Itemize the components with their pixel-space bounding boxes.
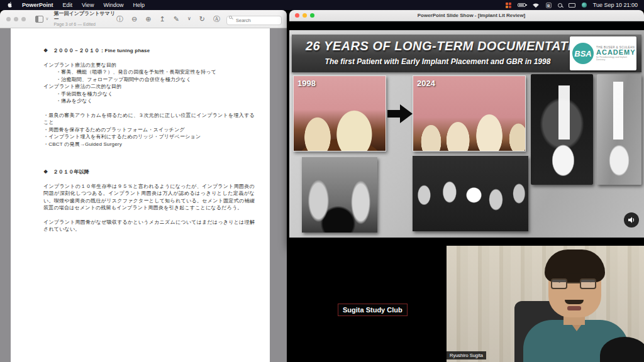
webcam-video[interactable]: Ryushiro Sugita (447, 246, 644, 362)
menu-bar: PowerPoint Edit View Window Help B Tue S… (0, 0, 644, 10)
implant-xray-2 (597, 74, 641, 185)
photo-label-2024: 2024 (417, 79, 435, 88)
rotate-icon[interactable]: ↻ (199, 16, 205, 23)
slide-header: 26 YEARS OF LONG-TERM DOCUMENTATION The … (292, 35, 641, 72)
document-title-block: 第一回インプラントサマリー Page 3 of 6 — Edited (53, 11, 116, 27)
logo-line3: for Periodontology and Implant Dentistry (596, 56, 636, 61)
sidebar-toggle-icon[interactable] (35, 16, 43, 23)
close-button[interactable] (295, 13, 299, 18)
display-icon[interactable] (569, 3, 575, 8)
minimize-button[interactable] (303, 13, 307, 18)
slide[interactable]: 26 YEARS OF LONG-TERM DOCUMENTATION The … (289, 30, 644, 238)
speaker-icon[interactable] (624, 212, 639, 228)
close-button[interactable] (6, 17, 11, 21)
doc-line: インプラント療法の主要な目的 (43, 62, 270, 69)
doc-paragraph: インプラントの１０年生存率は９５％と言われるようになったが、インプラント周囲炎の… (43, 183, 255, 212)
slide-subtitle: The first Patient with Early Implant Pla… (296, 57, 580, 66)
slideshow-titlebar[interactable]: PowerPoint Slide Show - [Implant Lit Rev… (289, 10, 644, 21)
document-text: ❖ ２０００－２０１０：Fine tuning phase インプラント療法の主… (11, 28, 270, 233)
periapical-xray (302, 157, 377, 233)
presenter-hair (545, 250, 605, 282)
zoom-in-icon[interactable]: ⊕ (145, 16, 151, 23)
annotate-icon[interactable]: Ⓐ (213, 16, 220, 23)
presenter-mouth (567, 306, 581, 310)
doc-line: ・周囲骨を保存するためのプラットフォーム・スイッチング (43, 126, 270, 134)
glasses-left-lens (551, 278, 567, 289)
apple-icon[interactable] (8, 2, 13, 8)
menu-help[interactable]: Help (133, 2, 145, 8)
implant-xray-1 (531, 74, 593, 185)
chevron-down-icon[interactable]: ∨ (45, 16, 48, 21)
glasses-right-lens (580, 278, 596, 289)
info-icon[interactable]: ⓘ (116, 16, 123, 23)
document-page[interactable]: ❖ ２０００－２０１０：Fine tuning phase インプラント療法の主… (11, 28, 270, 362)
doc-paragraph: インプラント周囲骨がなぜ吸収するかというメカニズムについてはまだはっきりとは理解… (43, 219, 255, 233)
markup-icon[interactable]: ✎ (174, 16, 179, 23)
doc-heading: ❖ ２０００－２０１０：Fine tuning phase (43, 47, 270, 55)
bsa-logo-icon: BSA (572, 43, 594, 64)
doc-line: ・手術回数を極力少なく (56, 90, 270, 98)
participant-name-label: Ryushiro Sugita (447, 351, 486, 359)
cbct-cross-section (413, 156, 528, 231)
b-app-icon[interactable]: B (546, 3, 552, 8)
slideshow-window: PowerPoint Slide Show - [Implant Lit Rev… (289, 10, 644, 250)
clinical-photo-2024: 2024 (413, 75, 526, 151)
doc-heading: ❖ ２０１０年以降 (43, 168, 270, 176)
slide-title: 26 YEARS OF LONG-TERM DOCUMENTATION (306, 39, 570, 53)
presenter-mustache (565, 300, 584, 304)
menu-app-name[interactable]: PowerPoint (22, 2, 53, 8)
markup-chevron-icon[interactable]: ∨ (187, 16, 191, 21)
photo-label-1998: 1998 (297, 79, 316, 88)
spotlight-icon[interactable] (558, 3, 562, 8)
doc-line: ・審美、機能（咀嚼？）、発音の回復を予知性・長期安定性を持って (56, 69, 270, 76)
battery-icon[interactable] (518, 3, 526, 7)
doc-line: ・最良の審美アウトカムを得るために、３次元的に正しい位置にインプラントを埋入する… (43, 112, 255, 126)
doc-line: ・インプラント埋入を有利にするためのリッジ・プリザベーション (43, 133, 270, 141)
document-title: 第一回インプラントサマリー (53, 11, 116, 22)
doc-line: ・治癒期間、フォローアップ期間中の合併症を極力少なく (56, 76, 270, 84)
search-input[interactable] (226, 16, 282, 25)
menu-view[interactable]: View (82, 2, 94, 8)
zoom-button[interactable] (310, 13, 314, 18)
arrow-icon (387, 103, 413, 124)
doc-line: インプラント療法の二次的な目的 (43, 83, 270, 90)
page-status: Page 3 of 6 — Edited (53, 22, 116, 27)
desktop: PowerPoint Edit View Window Help B Tue S… (0, 0, 644, 362)
study-club-label: Sugita Study Club (338, 304, 408, 316)
screen-share-icon[interactable] (506, 3, 511, 8)
control-center-icon[interactable] (582, 3, 587, 8)
bsa-academy-logo: BSA THE BUSER & SCULEAN ACADEMY for Peri… (570, 36, 636, 70)
clinical-photo-1998: 1998 (293, 75, 386, 151)
preview-window: ∨ 第一回インプラントサマリー Page 3 of 6 — Edited ⓘ ⊖… (0, 10, 287, 362)
minimize-button[interactable] (14, 17, 18, 21)
search-icon (229, 16, 232, 19)
doc-line: ・CBCT の発展→Guided Surgery (43, 141, 270, 148)
menu-edit[interactable]: Edit (63, 2, 73, 8)
slideshow-title: PowerPoint Slide Show - [Implant Lit Rev… (318, 13, 625, 18)
wifi-icon[interactable] (532, 3, 540, 8)
menu-clock[interactable]: Tue Sep 10 21:00 (593, 2, 638, 8)
menu-window[interactable]: Window (103, 2, 123, 8)
preview-titlebar[interactable]: ∨ 第一回インプラントサマリー Page 3 of 6 — Edited ⓘ ⊖… (0, 10, 287, 28)
zoom-button[interactable] (21, 17, 26, 21)
share-icon[interactable]: ↥ (159, 16, 165, 23)
zoom-out-icon[interactable]: ⊖ (131, 16, 137, 23)
doc-line: ・痛みを少なく (56, 97, 270, 105)
glasses-bridge (567, 282, 580, 283)
logo-line2: ACADEMY (596, 49, 636, 57)
